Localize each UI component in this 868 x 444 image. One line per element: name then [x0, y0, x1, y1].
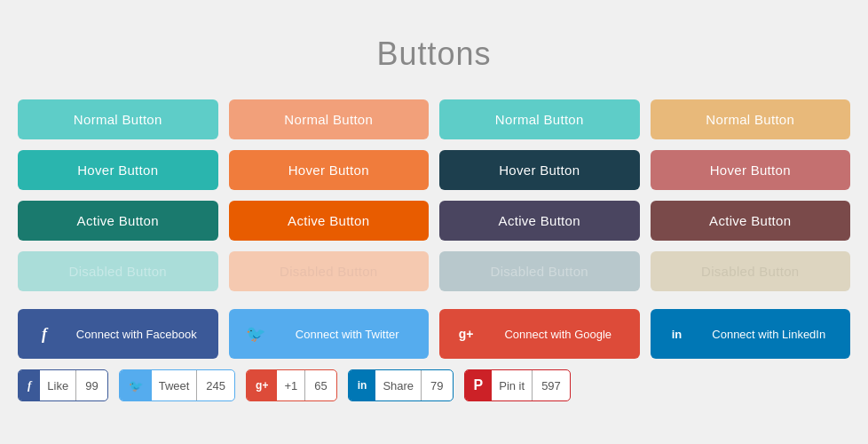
connect-facebook-label: Connect with Facebook [67, 328, 206, 341]
col3-normal-button[interactable]: Normal Button [439, 99, 640, 139]
social-connect-row: f Connect with Facebook 🐦 Connect with T… [18, 309, 850, 359]
connect-google-label: Connect with Google [489, 328, 627, 341]
share-label: Share [375, 370, 422, 400]
col1-disabled-button: Disabled Button [18, 251, 218, 291]
button-grid: Normal Button Normal Button Normal Butto… [18, 99, 850, 291]
col1-active-button[interactable]: Active Button [18, 201, 218, 241]
share-counter: in Share 79 [348, 369, 454, 401]
col3-active-button[interactable]: Active Button [439, 201, 640, 241]
col2-normal-button[interactable]: Normal Button [229, 99, 430, 139]
col1-hover-button[interactable]: Hover Button [18, 150, 218, 190]
col1-normal-button[interactable]: Normal Button [18, 99, 218, 139]
pinit-counter: P Pin it 597 [464, 369, 571, 401]
col2-disabled-button: Disabled Button [229, 251, 430, 291]
google-icon: g+ [452, 320, 480, 348]
facebook-icon: f [30, 320, 59, 348]
like-label: Like [40, 370, 76, 400]
gplus-counter: g+ +1 65 [246, 369, 337, 401]
gplus-label: +1 [277, 370, 305, 400]
connect-twitter-button[interactable]: 🐦 Connect with Twitter [229, 309, 430, 359]
pinit-pinterest-icon: P [465, 370, 493, 400]
counter-row: f Like 99 🐦 Tweet 245 g+ +1 65 in Share … [18, 369, 850, 401]
gplus-google-icon: g+ [247, 370, 277, 400]
main-container: Buttons Normal Button Normal Button Norm… [18, 18, 850, 419]
page-title: Buttons [18, 36, 850, 73]
tweet-twitter-icon: 🐦 [120, 370, 152, 400]
tweet-label: Tweet [152, 370, 198, 400]
connect-twitter-label: Connect with Twitter [279, 328, 417, 341]
connect-linkedin-button[interactable]: in Connect with LinkedIn [651, 309, 851, 359]
like-counter: f Like 99 [18, 369, 108, 401]
col4-normal-button[interactable]: Normal Button [651, 99, 851, 139]
connect-google-button[interactable]: g+ Connect with Google [439, 309, 640, 359]
col2-hover-button[interactable]: Hover Button [229, 150, 430, 190]
col4-disabled-button: Disabled Button [651, 251, 851, 291]
tweet-counter: 🐦 Tweet 245 [119, 369, 235, 401]
pinit-label: Pin it [492, 370, 533, 400]
col4-active-button[interactable]: Active Button [651, 201, 851, 241]
like-facebook-icon: f [19, 370, 40, 400]
col4-hover-button[interactable]: Hover Button [651, 150, 851, 190]
share-linkedin-icon: in [349, 370, 376, 400]
like-count: 99 [76, 370, 107, 400]
twitter-icon: 🐦 [241, 320, 270, 348]
tweet-count: 245 [197, 370, 234, 400]
connect-linkedin-label: Connect with LinkedIn [700, 328, 839, 341]
col3-hover-button[interactable]: Hover Button [439, 150, 640, 190]
pinit-count: 597 [533, 370, 570, 400]
share-count: 79 [422, 370, 452, 400]
col2-active-button[interactable]: Active Button [229, 201, 430, 241]
connect-facebook-button[interactable]: f Connect with Facebook [18, 309, 218, 359]
linkedin-icon: in [663, 320, 691, 348]
gplus-count: 65 [305, 370, 335, 400]
col3-disabled-button: Disabled Button [439, 251, 640, 291]
